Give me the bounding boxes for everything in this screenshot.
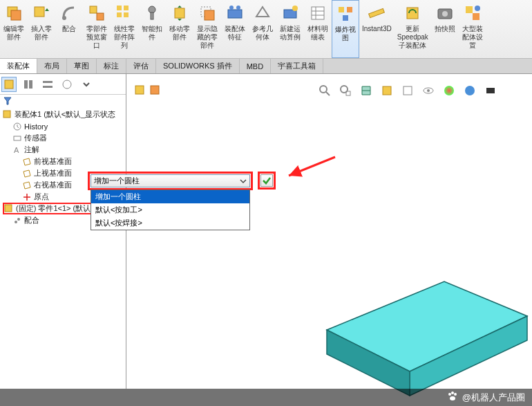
tab-evaluate[interactable]: 评估 xyxy=(126,59,156,73)
ribbon-snapshot[interactable]: 拍快照 xyxy=(431,0,459,58)
tab-addins[interactable]: SOLIDWORKS 插件 xyxy=(156,59,240,73)
ribbon-show-hidden[interactable]: 显示隐藏的零部件 xyxy=(193,0,221,58)
tree-front-plane[interactable]: 前视基准面 xyxy=(3,156,123,167)
svg-point-59 xyxy=(465,86,475,95)
svg-point-33 xyxy=(475,6,480,11)
ribbon-move-part[interactable]: 移动零部件 xyxy=(166,0,193,58)
svg-point-45 xyxy=(15,221,17,223)
filter-bar[interactable] xyxy=(0,95,126,107)
config-select[interactable]: 增加一个圆柱 xyxy=(91,174,250,187)
ribbon-smart-fastener[interactable]: 智能扣件 xyxy=(138,0,166,58)
tab-annotate[interactable]: 标注 xyxy=(97,59,126,73)
tab-assembly[interactable]: 装配体 xyxy=(0,59,37,73)
funnel-icon xyxy=(3,96,12,106)
svg-rect-32 xyxy=(473,13,479,20)
command-tabs: 装配体 布局 草图 标注 评估 SOLIDWORKS 插件 MBD 宇喜工具箱 xyxy=(0,59,532,74)
svg-rect-11 xyxy=(151,12,153,19)
plane-icon xyxy=(22,169,32,178)
config-dropdown: 增加一个圆柱 默认<按加工> 默认<按焊接> xyxy=(91,190,250,230)
feature-manager-panel: 装配体1 (默认<默认_显示状态 History 传感器 A注解 前视基准面 上… xyxy=(0,74,126,389)
svg-point-16 xyxy=(229,6,234,10)
svg-rect-38 xyxy=(43,86,53,88)
graphics-viewport[interactable] xyxy=(126,74,532,389)
svg-rect-40 xyxy=(3,111,10,118)
ribbon-bom[interactable]: 材料明细表 xyxy=(304,0,332,58)
chevron-down-icon xyxy=(240,178,247,185)
svg-point-3 xyxy=(62,16,66,20)
ribbon-linear-pattern[interactable]: 线性零部件阵列 xyxy=(111,0,138,58)
check-icon xyxy=(262,176,272,185)
ribbon-explode-view[interactable]: 爆炸视图 xyxy=(332,0,359,58)
hide-show-icon[interactable] xyxy=(421,84,435,98)
svg-point-58 xyxy=(444,86,454,95)
ribbon-instant3d[interactable]: Instant3D xyxy=(359,0,395,58)
svg-point-19 xyxy=(292,6,298,11)
svg-rect-42 xyxy=(14,136,21,140)
watermark-bar: @机器人产品圈 xyxy=(0,389,532,406)
tree-history[interactable]: History xyxy=(3,120,123,132)
tree-root[interactable]: 装配体1 (默认<默认_显示状态 xyxy=(3,109,123,120)
panel-tab-more[interactable] xyxy=(79,77,94,92)
assembly-icon[interactable] xyxy=(133,84,147,98)
svg-rect-54 xyxy=(383,86,391,95)
assembly-icon-2[interactable] xyxy=(149,84,162,98)
option-add-cylinder[interactable]: 增加一个圆柱 xyxy=(91,190,249,203)
tree-sensors[interactable]: 传感器 xyxy=(3,132,123,144)
part-icon xyxy=(4,204,14,214)
svg-rect-55 xyxy=(403,86,412,95)
section-icon[interactable] xyxy=(359,84,373,98)
svg-rect-36 xyxy=(29,80,32,89)
option-default-welded[interactable]: 默认<按焊接> xyxy=(91,216,249,230)
tab-sketch[interactable]: 草图 xyxy=(67,59,97,73)
annotation-icon: A xyxy=(12,145,22,155)
appearance-icon[interactable] xyxy=(442,84,456,98)
ribbon-update-speedpak[interactable]: 更新Speedpak子装配体 xyxy=(395,0,431,58)
ribbon-component-preview[interactable]: 零部件预览窗口 xyxy=(83,0,111,58)
svg-rect-20 xyxy=(312,7,324,19)
view-orient-icon[interactable] xyxy=(380,84,394,98)
ribbon: 编辑零部件 插入零部件 配合 零部件预览窗口 线性零部件阵列 智能扣件 移动零部… xyxy=(0,0,532,59)
svg-point-49 xyxy=(320,86,327,93)
history-icon xyxy=(12,122,22,131)
panel-tab-config[interactable] xyxy=(40,77,55,92)
config-combo-wrap: 增加一个圆柱 增加一个圆柱 默认<按加工> 默认<按焊接> xyxy=(88,172,253,190)
panel-tab-property[interactable] xyxy=(21,77,36,92)
svg-rect-44 xyxy=(5,205,12,212)
ribbon-mate[interactable]: 配合 xyxy=(55,0,83,58)
tab-layout[interactable]: 布局 xyxy=(37,59,67,73)
plane-icon xyxy=(22,157,32,167)
panel-tab-feature-tree[interactable] xyxy=(1,77,17,92)
tree-annotations[interactable]: A注解 xyxy=(3,144,123,156)
confirm-button[interactable] xyxy=(260,174,273,187)
mate-icon xyxy=(12,216,22,225)
callout-arrow xyxy=(283,154,339,181)
svg-rect-9 xyxy=(124,12,129,17)
ribbon-large-assembly[interactable]: 大型装配体设置 xyxy=(459,0,486,58)
zoom-area-icon[interactable] xyxy=(339,84,352,98)
svg-line-61 xyxy=(289,157,335,176)
render-tools-icon[interactable] xyxy=(484,84,497,98)
zoom-fit-icon[interactable] xyxy=(318,84,332,98)
svg-line-50 xyxy=(326,92,330,95)
ribbon-edit-part[interactable]: 编辑零部件 xyxy=(0,0,28,58)
svg-rect-2 xyxy=(35,7,44,17)
svg-point-30 xyxy=(442,11,448,17)
ribbon-new-motion[interactable]: 新建运动算例 xyxy=(276,0,304,58)
ribbon-reference-geom[interactable]: 参考几何体 xyxy=(249,0,276,58)
option-default-machined[interactable]: 默认<按加工> xyxy=(91,203,249,216)
model-view[interactable] xyxy=(285,275,532,406)
display-style-icon[interactable] xyxy=(401,84,415,98)
tab-yuxi[interactable]: 宇喜工具箱 xyxy=(271,59,323,73)
panel-tab-display[interactable] xyxy=(59,77,75,92)
ribbon-insert-part[interactable]: 插入零部件 xyxy=(28,0,55,58)
svg-rect-4 xyxy=(90,6,97,13)
svg-rect-7 xyxy=(124,6,129,10)
scene-icon[interactable] xyxy=(463,84,477,98)
svg-rect-14 xyxy=(205,10,214,20)
sensor-icon xyxy=(12,133,22,143)
ribbon-assembly-feature[interactable]: 装配体特征 xyxy=(221,0,249,58)
tab-mbd[interactable]: MBD xyxy=(240,59,271,73)
svg-rect-8 xyxy=(117,12,122,17)
svg-rect-48 xyxy=(151,86,159,94)
svg-point-57 xyxy=(427,89,430,92)
